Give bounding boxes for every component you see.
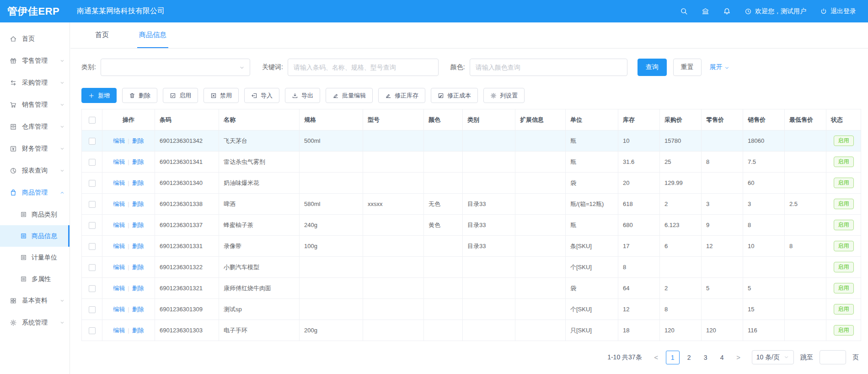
edit-link[interactable]: 编辑 (113, 327, 125, 334)
import-button[interactable]: 导入 (244, 88, 279, 103)
edit-link[interactable]: 编辑 (113, 285, 125, 292)
welcome-user[interactable]: 欢迎您，测试用户 (745, 7, 806, 16)
cell-spec: 580ml (300, 194, 363, 215)
adjust-stock-button[interactable]: 修正库存 (378, 88, 425, 103)
reset-button[interactable]: 重置 (673, 59, 702, 76)
action-divider: | (128, 285, 129, 292)
add-button[interactable]: 新增 (81, 88, 117, 103)
cell-min_price (785, 320, 826, 341)
sidebar-item-goods-category[interactable]: 商品类别 (0, 204, 70, 225)
finance-icon-wrap (10, 145, 17, 152)
edit-link[interactable]: 编辑 (113, 179, 125, 186)
sidebar-item-home[interactable]: 首页 (0, 28, 70, 50)
page-button-1[interactable]: 1 (666, 351, 680, 364)
sidebar-item-sales[interactable]: 销售管理 (0, 94, 70, 116)
cell-stock: 618 (618, 194, 660, 215)
row-checkbox[interactable] (89, 201, 96, 208)
search-submit-button[interactable]: 查询 (638, 59, 667, 76)
sidebar-item-warehouse[interactable]: 仓库管理 (0, 116, 70, 138)
delete-link[interactable]: 删除 (132, 327, 144, 334)
gift-icon-wrap (10, 57, 17, 65)
delete-link[interactable]: 删除 (132, 243, 144, 249)
row-checkbox[interactable] (89, 222, 96, 229)
row-checkbox[interactable] (89, 306, 96, 313)
col-header-stock: 库存 (618, 109, 660, 130)
column-settings-button[interactable]: 列设置 (483, 88, 525, 103)
batch-edit-button[interactable]: 批量编辑 (326, 88, 373, 103)
delete-link[interactable]: 删除 (132, 137, 144, 144)
select-all-checkbox[interactable] (89, 117, 96, 124)
cell-spec (300, 278, 363, 299)
delete-link[interactable]: 删除 (132, 222, 144, 228)
cell-spec: 200g (300, 320, 363, 341)
row-checkbox[interactable] (89, 159, 96, 166)
cell-min_price (785, 215, 826, 236)
jump-page-input[interactable] (820, 350, 846, 364)
tab-home[interactable]: 首页 (93, 22, 111, 48)
cell-purchase_price: 6 (660, 236, 702, 257)
page-button-4[interactable]: 4 (715, 351, 729, 364)
page-size-select[interactable]: 10 条/页 (752, 350, 794, 364)
export-button[interactable]: 导出 (285, 88, 320, 103)
delete-link[interactable]: 删除 (132, 264, 144, 271)
cell-color: 无色 (424, 194, 463, 215)
delete-link[interactable]: 删除 (132, 158, 144, 165)
row-checkbox[interactable] (89, 243, 96, 250)
expand-filters-link[interactable]: 展开 (710, 63, 730, 71)
row-checkbox[interactable] (89, 180, 96, 187)
delete-button[interactable]: 删除 (122, 88, 157, 103)
edit-link[interactable]: 编辑 (113, 306, 125, 313)
notifications-button[interactable] (723, 7, 731, 15)
edit-link[interactable]: 编辑 (113, 264, 125, 271)
cell-color: 黄色 (424, 215, 463, 236)
status-badge: 启用 (834, 283, 854, 293)
edit-link[interactable]: 编辑 (113, 158, 125, 165)
chevron-down-icon-wrap (59, 320, 65, 325)
next-page-button[interactable]: > (732, 351, 745, 364)
cell-status: 启用 (826, 152, 861, 173)
row-checkbox[interactable] (89, 327, 96, 334)
sidebar-item-goods-info[interactable]: 商品信息 (0, 225, 70, 247)
row-checkbox[interactable] (89, 264, 96, 271)
category-select[interactable] (101, 59, 250, 76)
page-button-3[interactable]: 3 (699, 351, 713, 364)
keyword-input[interactable] (288, 59, 439, 76)
sidebar-item-goods[interactable]: 商品管理 (0, 182, 70, 204)
sidebar-item-basic-data[interactable]: 基本资料 (0, 290, 70, 312)
delete-link[interactable]: 删除 (132, 306, 144, 313)
cell-model (363, 130, 424, 152)
enable-button[interactable]: 启用 (163, 88, 198, 103)
delete-link[interactable]: 删除 (132, 285, 144, 292)
edit-link[interactable]: 编辑 (113, 222, 125, 228)
edit-link[interactable]: 编辑 (113, 243, 125, 249)
app-logo[interactable]: 管伊佳ERP (0, 5, 70, 18)
delete-link[interactable]: 删除 (132, 201, 144, 207)
workbench-button[interactable] (702, 7, 709, 15)
adjust-cost-button[interactable]: 修正成本 (431, 88, 478, 103)
sidebar-item-finance[interactable]: 财务管理 (0, 138, 70, 160)
row-checkbox[interactable] (89, 285, 96, 292)
logout-button[interactable]: 退出登录 (820, 7, 856, 16)
sidebar-item-report[interactable]: 报表查询 (0, 160, 70, 182)
page-button-2[interactable]: 2 (682, 351, 696, 364)
edit-link[interactable]: 编辑 (113, 201, 125, 207)
color-input[interactable] (470, 59, 627, 76)
tab-product-info[interactable]: 商品信息 (137, 22, 168, 48)
chevron-down-icon (59, 58, 65, 64)
edit-link[interactable]: 编辑 (113, 137, 125, 144)
delete-link[interactable]: 删除 (132, 179, 144, 186)
disable-button[interactable]: 禁用 (204, 88, 239, 103)
prev-page-button[interactable]: < (649, 351, 663, 364)
sidebar-item-purchase[interactable]: 采购管理 (0, 72, 70, 94)
trash-icon-wrap (129, 92, 135, 99)
row-checkbox[interactable] (89, 138, 96, 145)
search-button[interactable] (680, 7, 688, 15)
cell-name: 蜂蜜柚子茶 (219, 215, 300, 236)
sidebar-item-multi-attr[interactable]: 多属性 (0, 268, 70, 290)
cell-unit: 袋 (566, 173, 618, 194)
sidebar-item-measure-unit[interactable]: 计量单位 (0, 247, 70, 268)
table-body: 编辑|删除6901236301342飞天茅台500ml瓶101578018060… (82, 130, 861, 341)
status-badge: 启用 (834, 178, 854, 188)
sidebar-item-retail[interactable]: 零售管理 (0, 50, 70, 72)
sidebar-item-system[interactable]: 系统管理 (0, 312, 70, 334)
